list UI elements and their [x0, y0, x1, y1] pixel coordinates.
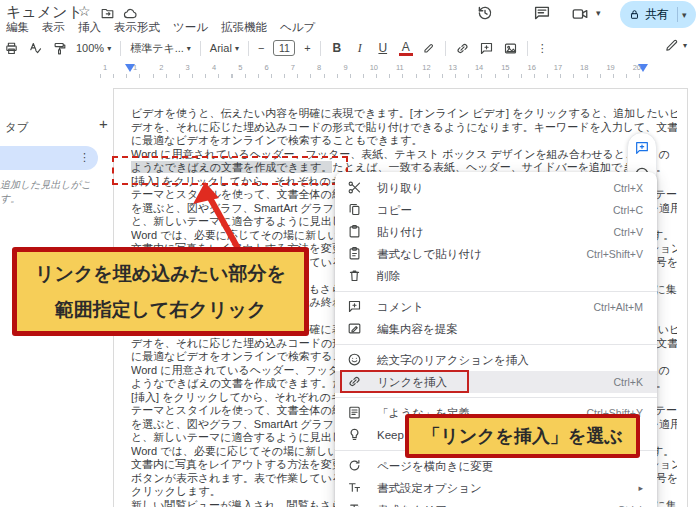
toolbar-separator [120, 41, 121, 56]
context-menu-item-format-options[interactable]: 書式設定オプション▸ [335, 477, 657, 499]
more-options-icon[interactable]: ⋮ [537, 42, 548, 55]
menubar-item[interactable]: 表示 [42, 20, 65, 35]
callout-text: 範囲指定して右クリック [55, 292, 267, 328]
ruler-number: 17 [554, 63, 562, 72]
add-comment-icon[interactable] [479, 41, 494, 56]
menu-item-label: 削除 [377, 269, 400, 284]
ruler-number: 2 [159, 63, 163, 72]
context-menu-item-delete[interactable]: 削除 [335, 265, 657, 287]
context-menu-item-paste-without-formatting[interactable]: 書式なしで貼り付けCtrl+Shift+V [335, 243, 657, 265]
context-menu-item-clear-formatting[interactable]: 書式をクリアCtrl+\ [335, 499, 657, 507]
paint-format-icon[interactable] [52, 41, 67, 56]
highlight-color-icon[interactable] [422, 41, 436, 55]
trash-icon [347, 268, 363, 284]
insert-link-icon[interactable] [455, 41, 470, 56]
editing-mode-button[interactable]: ▾ [664, 38, 687, 53]
rotate-icon [347, 458, 363, 474]
ruler-number: 11 [396, 63, 404, 72]
menu-item-shortcut: Ctrl+X [614, 182, 643, 194]
comments-icon[interactable] [533, 4, 549, 20]
annotation-callout-select-range: リンクを埋め込みたい部分を 範囲指定して右クリック [12, 247, 309, 336]
caret-icon: ▾ [107, 44, 111, 53]
menu-bar: 編集表示挿入表示形式ツール拡張機能ヘルプ [6, 20, 315, 35]
sidebar-note-line: す。 [0, 192, 20, 206]
menu-divider [335, 397, 657, 398]
meet-video-icon[interactable] [571, 5, 587, 21]
insert-image-icon[interactable] [503, 41, 518, 56]
menu-item-shortcut: Ctrl+K [614, 376, 643, 388]
context-menu-item-insert-link[interactable]: リンクを挿入Ctrl+K [335, 371, 657, 393]
paragraph-style-select[interactable]: 標準テキ...▾ [130, 41, 191, 56]
ruler-number: 16 [528, 63, 536, 72]
share-button[interactable]: 共有 ▾ [620, 1, 696, 28]
toolbar-separator [248, 41, 249, 56]
spellcheck-icon[interactable] [28, 41, 43, 56]
menu-item-label: 書式設定オプション [377, 481, 482, 496]
toolbar-separator [200, 41, 201, 56]
zoom-select[interactable]: 100%▾ [76, 42, 111, 54]
tabs-panel-label: タブ [5, 120, 29, 135]
menu-item-shortcut: Ctrl+Shift+V [586, 248, 643, 260]
doc-line: ビデオを使うと、伝えたい内容を明確に表現できます。[オンライン ビデオ] をクリ… [131, 107, 677, 121]
doc-line: に最適なビデオをオンラインで検索することもできます。 [131, 134, 677, 148]
menu-item-label: コメント [377, 300, 424, 315]
ruler-number: 3 [186, 63, 190, 72]
ruler-number: 9 [343, 63, 347, 72]
menu-item-label: コピー [377, 203, 412, 218]
doc-line: デオを、それに応じた埋め込みコードの形式で貼り付けできるようになります。キーワー… [131, 121, 677, 135]
menubar-item[interactable]: 挿入 [78, 20, 101, 35]
text-color-button[interactable]: A [399, 41, 413, 56]
menu-item-label: 絵文字のリアクションを挿入 [377, 353, 529, 368]
menu-item-label: 書式なしで貼り付け [377, 247, 482, 262]
context-menu-item-insert-emoji-reaction[interactable]: 絵文字のリアクションを挿入 [335, 349, 657, 371]
italic-button[interactable]: I [353, 41, 367, 56]
menubar-item[interactable]: ヘルプ [280, 20, 315, 35]
ruler: 11234567891011121314151617181920 [0, 62, 700, 80]
menu-item-shortcut: Ctrl+V [614, 226, 643, 238]
define-icon [347, 405, 363, 421]
print-icon[interactable] [4, 41, 19, 56]
context-menu-item-cut[interactable]: 切り取りCtrl+X [335, 177, 657, 199]
caret-icon: ▾ [683, 41, 687, 50]
context-menu-item-comment[interactable]: コメントCtrl+Alt+M [335, 296, 657, 318]
decrease-font-button[interactable]: − [258, 42, 264, 54]
version-history-icon[interactable] [476, 4, 492, 20]
menubar-item[interactable]: 拡張機能 [221, 20, 267, 35]
ruler-number: 19 [606, 63, 614, 72]
font-size-input[interactable]: 11 [273, 40, 295, 56]
context-menu-item-copy[interactable]: コピーCtrl+C [335, 199, 657, 221]
copy-icon [347, 202, 363, 218]
bold-button[interactable]: B [330, 41, 344, 55]
tab-options-icon[interactable]: ⋮ [79, 151, 89, 164]
submenu-arrow-icon: ▸ [638, 483, 643, 493]
ruler-number: 1 [103, 63, 107, 72]
context-menu-item-paste[interactable]: 貼り付けCtrl+V [335, 221, 657, 243]
callout-text: 「リンクを挿入」を選ぶ [422, 424, 623, 448]
menu-divider [335, 344, 657, 345]
star-icon[interactable]: ☆ [78, 4, 94, 20]
add-comment-icon[interactable] [634, 140, 650, 156]
caret-icon: ▾ [187, 44, 191, 53]
increase-font-button[interactable]: + [304, 42, 310, 54]
sidebar-note-line: 追加した見出しがこ [0, 178, 91, 192]
underline-button[interactable]: U [376, 41, 390, 55]
menubar-item[interactable]: 表示形式 [114, 20, 160, 35]
context-menu-item-page-orientation[interactable]: ページを横向きに変更 [335, 455, 657, 477]
share-caret-icon[interactable]: ▾ [682, 10, 687, 20]
meet-caret-icon[interactable]: ▾ [596, 8, 601, 18]
font-select[interactable]: Arial▾ [210, 42, 239, 54]
menu-item-label: 貼り付け [377, 225, 424, 240]
menubar-item[interactable]: 編集 [6, 20, 29, 35]
sidebar-tab-selected[interactable]: ⋮ [0, 146, 98, 170]
context-menu-item-suggest-edits[interactable]: 編集内容を提案 [335, 318, 657, 340]
annotation-red-box [340, 370, 469, 393]
ruler-number: 20 [633, 63, 641, 72]
ruler-number: 13 [449, 63, 457, 72]
ruler-number: 1 [133, 63, 137, 72]
add-tab-button[interactable]: + [99, 115, 108, 132]
ruler-ticks [100, 74, 652, 78]
caret-icon: ▾ [235, 44, 239, 53]
menubar-item[interactable]: ツール [173, 20, 208, 35]
ruler-number: 4 [212, 63, 216, 72]
menu-item-label: 切り取り [377, 181, 424, 196]
